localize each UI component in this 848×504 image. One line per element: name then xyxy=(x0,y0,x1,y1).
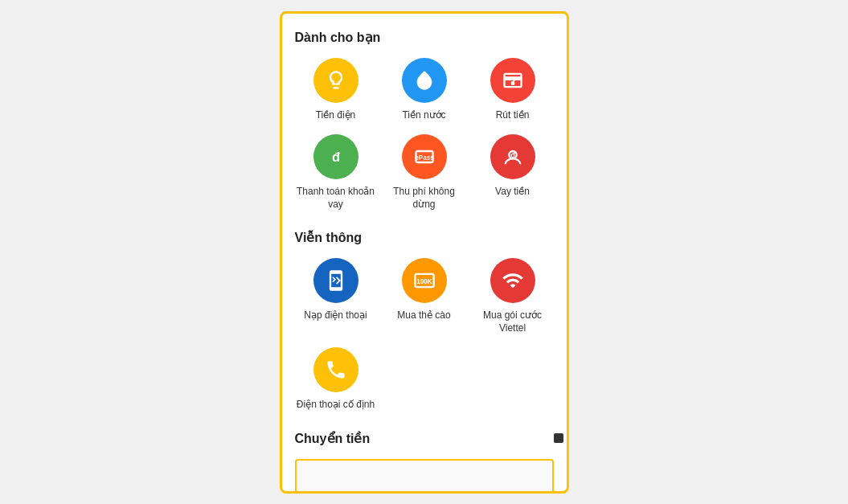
scroll-indicator xyxy=(554,433,563,443)
mua-the-cao-icon: 100K xyxy=(402,258,447,303)
viettel-icon xyxy=(490,258,535,303)
phone-frame: Dành cho bạn Tiền điện xyxy=(280,11,569,494)
svg-text:ePass: ePass xyxy=(415,154,434,162)
rut-tien-item[interactable]: đ Rút tiền xyxy=(472,58,554,122)
vien-thong-title: Viễn thông xyxy=(295,230,554,245)
dien-thoai-co-dinh-icon xyxy=(313,347,358,392)
chuyen-tien-content[interactable] xyxy=(295,459,554,490)
thanh-toan-label: Thanh toán khoản vay xyxy=(295,186,377,211)
nap-dien-thoai-item[interactable]: Nạp điện thoại xyxy=(295,258,377,334)
svg-text:100K: 100K xyxy=(416,278,432,285)
mua-the-cao-label: Mua thẻ cào xyxy=(397,309,450,322)
chuyen-tien-section: Chuyển tiền xyxy=(295,431,554,490)
tien-dien-icon xyxy=(313,58,358,103)
nap-dien-thoai-icon xyxy=(313,258,358,303)
tien-nuoc-icon xyxy=(402,58,447,103)
dien-thoai-co-dinh-label: Điện thoại cố định xyxy=(297,399,375,412)
tien-nuoc-item[interactable]: Tiền nước xyxy=(383,58,465,122)
vay-tien-icon: đ xyxy=(490,134,535,179)
scroll-area[interactable]: Dành cho bạn Tiền điện xyxy=(282,14,567,491)
nap-dien-thoai-label: Nạp điện thoại xyxy=(304,309,367,322)
danh-cho-ban-section: Dành cho bạn Tiền điện xyxy=(295,30,554,211)
vien-thong-section: Viễn thông Nạp điện thoại xyxy=(295,230,554,412)
vien-thong-grid: Nạp điện thoại 100K Mua thẻ cào xyxy=(295,258,554,412)
danh-cho-ban-grid: Tiền điện Tiền nước xyxy=(295,58,554,211)
tien-dien-item[interactable]: Tiền điện xyxy=(295,58,377,122)
chuyen-tien-title: Chuyển tiền xyxy=(295,431,554,446)
epass-icon: ePass xyxy=(402,134,447,179)
vay-tien-label: Vay tiền xyxy=(495,186,530,199)
vay-tien-item[interactable]: đ Vay tiền xyxy=(472,134,554,211)
svg-text:đ: đ xyxy=(332,150,340,164)
viettel-label: Mua gói cước Viettel xyxy=(472,309,554,334)
danh-cho-ban-title: Dành cho bạn xyxy=(295,30,554,45)
thanh-toan-khoan-vay-item[interactable]: đ Thanh toán khoản vay xyxy=(295,134,377,211)
thu-phi-khong-dung-item[interactable]: ePass Thu phí không dừng xyxy=(383,134,465,211)
mua-goi-cuoc-viettel-item[interactable]: Mua gói cước Viettel xyxy=(472,258,554,334)
svg-text:đ: đ xyxy=(510,78,515,86)
rut-tien-label: Rút tiền xyxy=(496,109,530,122)
thanh-toan-icon: đ xyxy=(313,134,358,179)
mua-the-cao-item[interactable]: 100K Mua thẻ cào xyxy=(383,258,465,334)
thu-phi-label: Thu phí không dừng xyxy=(383,186,465,211)
tien-dien-label: Tiền điện xyxy=(316,109,356,122)
dien-thoai-co-dinh-item[interactable]: Điện thoại cố định xyxy=(295,347,377,412)
rut-tien-icon: đ xyxy=(490,58,535,103)
tien-nuoc-label: Tiền nước xyxy=(402,109,445,122)
